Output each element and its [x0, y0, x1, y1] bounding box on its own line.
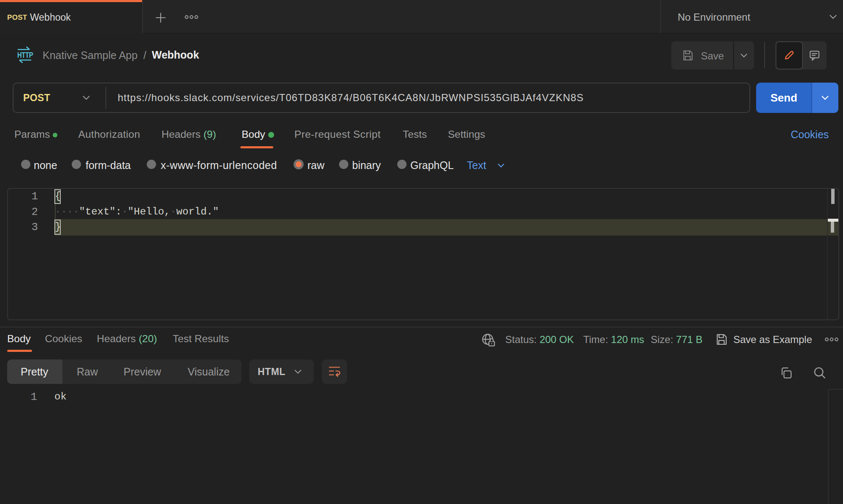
- svg-text:HTTP: HTTP: [17, 51, 33, 59]
